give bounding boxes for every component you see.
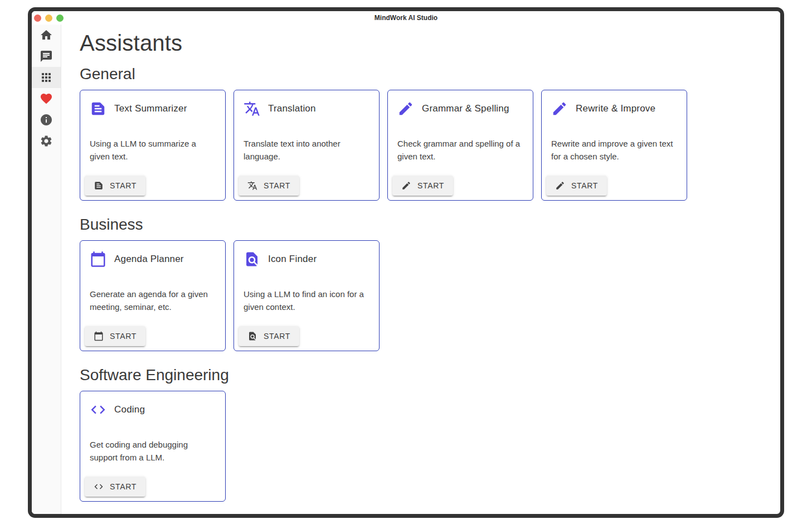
page-title: Assistants [80, 30, 762, 56]
home-icon [40, 28, 53, 42]
find-in-page-icon [247, 331, 257, 341]
start-button-label: START [110, 181, 137, 190]
find-in-page-icon [244, 251, 260, 268]
apps-grid-icon [40, 71, 53, 84]
start-button[interactable]: START [85, 477, 145, 497]
start-button[interactable]: START [546, 176, 607, 196]
info-icon [40, 113, 53, 127]
card-description: Get coding and debugging support from a … [80, 438, 225, 464]
card-row: Text Summarizer Using a LLM to summarize… [80, 90, 762, 201]
card-title: Rewrite & Improve [576, 103, 655, 114]
edit-pencil-icon [551, 100, 568, 117]
card-description: Using a LLM to find an icon for a given … [234, 288, 379, 313]
code-icon [94, 482, 104, 492]
start-button[interactable]: START [85, 176, 145, 196]
section-title: General [80, 65, 762, 84]
edit-pencil-icon [397, 100, 414, 117]
card-actions: START [546, 176, 607, 196]
translate-icon [244, 100, 260, 117]
start-button[interactable]: START [85, 326, 145, 346]
window-body: Assistants General Text Summarizer Using… [32, 25, 780, 514]
window-title: MindWork AI Studio [32, 14, 780, 22]
card-actions: START [239, 326, 299, 346]
assistant-card: Agenda Planner Generate an agenda for a … [80, 240, 226, 351]
maximize-button[interactable] [56, 14, 64, 22]
card-description: Check grammar and spelling of a given te… [388, 137, 533, 163]
card-icon [90, 100, 106, 117]
section-title: Software Engineering [80, 366, 762, 385]
start-button-icon [94, 482, 104, 492]
main-content: Assistants General Text Summarizer Using… [61, 25, 780, 514]
gear-icon [40, 134, 53, 148]
start-button-icon [94, 181, 104, 191]
sidebar-item-assistants[interactable] [32, 67, 61, 88]
minimize-button[interactable] [45, 14, 52, 22]
assistant-card: Rewrite & Improve Rewrite and improve a … [541, 90, 687, 201]
card-title: Icon Finder [268, 254, 317, 265]
card-actions: START [85, 477, 145, 497]
card-title: Agenda Planner [114, 254, 184, 265]
app-window: MindWork AI Studio Assistants General Te… [28, 7, 784, 518]
translate-icon [247, 181, 257, 191]
close-button[interactable] [34, 14, 41, 22]
card-header: Icon Finder [234, 241, 379, 268]
sidebar-item-chat[interactable] [32, 46, 61, 67]
card-icon [397, 100, 414, 117]
assistant-card: Grammar & Spelling Check grammar and spe… [387, 90, 533, 201]
start-button-icon [247, 181, 257, 191]
card-icon [244, 100, 260, 117]
card-title: Grammar & Spelling [422, 103, 509, 114]
assistant-card: Icon Finder Using a LLM to find an icon … [234, 240, 380, 351]
start-button-icon [247, 331, 257, 341]
sidebar-item-supporters[interactable] [32, 88, 61, 109]
card-actions: START [392, 176, 453, 196]
sidebar [32, 25, 61, 514]
start-button-label: START [417, 181, 444, 190]
calendar-icon [90, 251, 106, 268]
titlebar: MindWork AI Studio [32, 11, 780, 25]
start-button-icon [94, 331, 104, 341]
card-header: Translation [234, 90, 379, 117]
text-snippet-icon [90, 100, 106, 117]
card-actions: START [239, 176, 299, 196]
card-title: Text Summarizer [114, 103, 187, 114]
start-button-label: START [571, 181, 598, 190]
heart-icon [40, 92, 53, 105]
card-icon [244, 251, 260, 268]
traffic-lights [34, 11, 64, 25]
sections-container: General Text Summarizer Using a LLM to s… [80, 65, 762, 502]
card-actions: START [85, 176, 145, 196]
start-button-label: START [110, 482, 137, 491]
card-description: Using a LLM to summarize a given text. [80, 137, 225, 163]
card-title: Coding [114, 404, 145, 415]
card-title: Translation [268, 103, 316, 114]
text-snippet-icon [94, 181, 104, 191]
start-button-label: START [110, 332, 137, 341]
assistant-card: Text Summarizer Using a LLM to summarize… [80, 90, 226, 201]
start-button-label: START [264, 181, 290, 190]
card-icon [90, 401, 106, 418]
start-button-icon [401, 181, 411, 191]
card-description: Translate text into another language. [234, 137, 379, 163]
start-button[interactable]: START [239, 326, 299, 346]
start-button[interactable]: START [392, 176, 453, 196]
start-button[interactable]: START [239, 176, 299, 196]
card-actions: START [85, 326, 145, 346]
sidebar-item-about[interactable] [32, 109, 61, 130]
card-header: Coding [80, 391, 225, 418]
card-description: Generate an agenda for a given meeting, … [80, 288, 225, 313]
sidebar-item-home[interactable] [32, 25, 61, 46]
card-description: Rewrite and improve a given text for a c… [542, 137, 687, 163]
card-header: Text Summarizer [80, 90, 225, 117]
edit-pencil-icon [401, 181, 411, 191]
card-header: Rewrite & Improve [542, 90, 687, 117]
calendar-icon [94, 331, 104, 341]
card-header: Agenda Planner [80, 241, 225, 268]
card-icon [90, 251, 106, 268]
assistant-card: Translation Translate text into another … [234, 90, 380, 201]
chat-icon [40, 50, 53, 63]
sidebar-item-settings[interactable] [32, 130, 61, 152]
start-button-icon [555, 181, 565, 191]
card-header: Grammar & Spelling [388, 90, 533, 117]
assistant-card: Coding Get coding and debugging support … [80, 391, 226, 502]
